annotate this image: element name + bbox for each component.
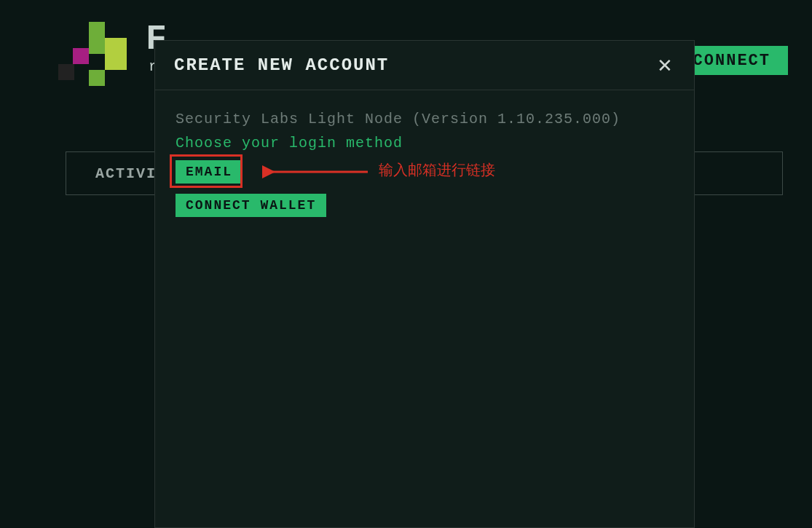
modal-title: CREATE NEW ACCOUNT (174, 55, 389, 75)
email-button-label: EMAIL (186, 165, 232, 179)
tab-activity-label: ACTIVI (95, 165, 157, 182)
connect-wallet-button-label: CONNECT WALLET (186, 198, 316, 213)
create-account-modal: CREATE NEW ACCOUNT ✕ Security Labs Light… (154, 40, 695, 528)
choose-method-text: Choose your login method (176, 135, 674, 151)
connect-button-label: CONNECT (693, 52, 770, 70)
version-text: Security Labs Light Node (Version 1.10.2… (176, 111, 674, 127)
email-button[interactable]: EMAIL (176, 160, 243, 184)
connect-wallet-button[interactable]: CONNECT WALLET (176, 194, 326, 217)
close-icon[interactable]: ✕ (655, 55, 675, 76)
app-logo (58, 22, 131, 95)
